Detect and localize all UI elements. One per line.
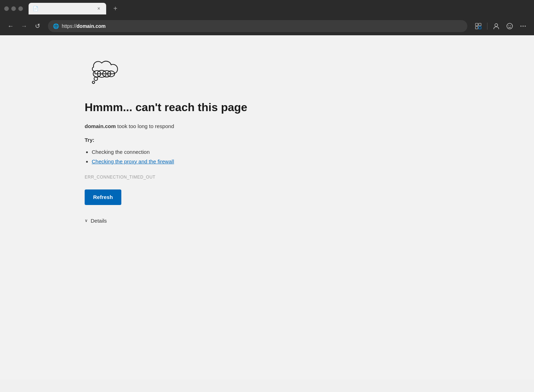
error-domain: domain.com (85, 123, 116, 129)
svg-rect-3 (479, 26, 481, 29)
chevron-down-icon: ∨ (85, 218, 88, 223)
address-bar[interactable]: 🌐 https://domain.com (48, 20, 467, 32)
reload-button[interactable]: ↺ (32, 20, 43, 32)
details-toggle[interactable]: ∨ Details (85, 218, 339, 224)
refresh-button[interactable]: Refresh (85, 189, 121, 205)
menu-button[interactable] (517, 20, 529, 32)
maximize-traffic-light[interactable] (18, 6, 23, 11)
svg-rect-1 (479, 23, 481, 26)
back-button[interactable]: ← (5, 20, 16, 32)
try-label: Try: (85, 137, 339, 143)
error-container: Hmmm... can't reach this page domain.com… (85, 56, 339, 224)
error-code: ERR_CONNECTION_TIMED_OUT (85, 175, 339, 180)
url-display: https://domain.com (62, 23, 106, 29)
svg-point-9 (523, 26, 524, 27)
svg-point-15 (94, 77, 98, 80)
svg-point-5 (507, 23, 512, 29)
svg-rect-0 (475, 23, 478, 26)
minimize-traffic-light[interactable] (11, 6, 16, 11)
svg-point-4 (495, 24, 498, 26)
active-tab[interactable]: 📄 × (29, 3, 106, 14)
tab-page-icon: 📄 (33, 6, 38, 11)
forward-button[interactable]: → (18, 20, 30, 32)
error-heading: Hmmm... can't reach this page (85, 101, 339, 114)
new-tab-button[interactable]: + (110, 4, 120, 13)
toolbar-right (472, 20, 529, 32)
svg-point-6 (509, 25, 509, 26)
traffic-lights (4, 6, 23, 11)
svg-point-7 (510, 25, 511, 26)
menu-icon (520, 23, 527, 30)
browser-chrome: 📄 × + ← → ↺ 🌐 https://domain.com (0, 0, 534, 35)
svg-rect-2 (475, 26, 478, 29)
proxy-firewall-link[interactable]: Checking the proxy and the firewall (92, 158, 174, 164)
tab-close-button[interactable]: × (96, 5, 102, 12)
address-bar-row: ← → ↺ 🌐 https://domain.com (0, 17, 534, 35)
svg-point-10 (525, 26, 526, 27)
profile-button[interactable] (490, 20, 502, 32)
error-description: domain.com took too long to respond (85, 122, 339, 131)
svg-point-8 (521, 26, 522, 27)
details-label: Details (91, 218, 107, 224)
shield-grid-icon (475, 23, 482, 30)
svg-point-16 (92, 81, 95, 84)
close-traffic-light[interactable] (4, 6, 9, 11)
thought-bubble-illustration (85, 56, 339, 90)
error-description-suffix: took too long to respond (116, 123, 174, 129)
extensions-button[interactable] (472, 20, 484, 32)
url-prefix: https:// (62, 23, 77, 29)
suggestion-text-1: Checking the connection (92, 149, 150, 155)
emoji-button[interactable] (504, 20, 516, 32)
emoji-icon (506, 23, 513, 30)
suggestion-item-2[interactable]: Checking the proxy and the firewall (92, 157, 339, 166)
suggestion-item-1: Checking the connection (92, 147, 339, 157)
title-bar: 📄 × + (0, 0, 534, 17)
suggestions-list: Checking the connection Checking the pro… (85, 147, 339, 166)
toolbar-divider (487, 23, 487, 30)
page-content: Hmmm... can't reach this page domain.com… (0, 35, 534, 379)
profile-icon (493, 23, 500, 30)
globe-icon: 🌐 (53, 23, 59, 29)
url-domain: domain.com (77, 23, 105, 29)
